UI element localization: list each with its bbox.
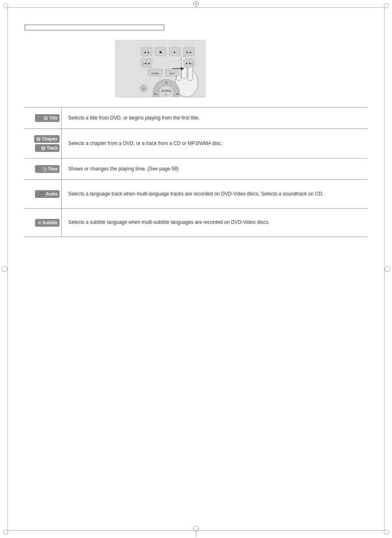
subtitle-label: Subtitle [42, 221, 58, 225]
icon-cell-chapter-track: ✿ Chapter ✿ Track [25, 129, 62, 158]
subtitle-icon: ≡ [38, 220, 42, 225]
title-description: Selects a title from DVD, or begins play… [62, 108, 367, 129]
icon-cell-audio: 🎵 Audio [25, 180, 62, 208]
time-label: Time [48, 167, 58, 171]
svg-text:↩: ↩ [143, 87, 145, 90]
instructions-section: ◄◄ ■ ► ►► [25, 40, 367, 97]
svg-text:↩: ↩ [165, 94, 167, 96]
svg-text:ENTER: ENTER [161, 90, 171, 92]
instructions-text [25, 40, 115, 49]
chapter-badge: ✿ Chapter [34, 135, 60, 143]
svg-text:►►: ►► [186, 51, 192, 54]
reg-mark-left-center [2, 266, 7, 272]
track-icon: ✿ [41, 145, 46, 151]
track-badge: ✿ Track [35, 144, 60, 152]
table-row: ✿ Chapter ✿ Track Selects a chapter from… [25, 129, 367, 158]
svg-rect-3 [188, 67, 193, 81]
audio-label: Audio [46, 192, 58, 196]
svg-text:►►|: ►►| [185, 62, 193, 65]
svg-text:▲: ▲ [165, 80, 168, 84]
reg-mark-top-center [193, 1, 199, 7]
svg-text:◄: ◄ [153, 92, 157, 96]
audio-description: Selects a language track when multi-lang… [62, 180, 367, 208]
reg-mark-top-right [384, 3, 389, 8]
track-label: Track [47, 146, 58, 150]
table-row: ◷ Time Shows or changes the playing time… [25, 158, 367, 179]
feature-table: ⊞ Title Selects a title from DVD, or beg… [25, 107, 367, 237]
table-row: 🎵 Audio Selects a language track when mu… [25, 179, 367, 208]
reg-mark-bottom-right [384, 530, 389, 535]
chapter-icon: ✿ [36, 136, 41, 142]
svg-text:AVO: AVO [170, 72, 175, 75]
svg-text:HOME: HOME [151, 72, 159, 75]
title-label: Title [49, 116, 58, 120]
chapter-label: Chapter [42, 137, 58, 141]
chapter-track-description: Selects a chapter from a DVD, or a track… [62, 129, 367, 158]
time-icon: ◷ [42, 166, 47, 172]
title-icon: ⊞ [44, 115, 48, 121]
time-badge: ◷ Time [35, 165, 60, 173]
title-badge: ⊞ Title [35, 114, 60, 122]
svg-text:►: ► [176, 92, 179, 96]
main-content: ◄◄ ■ ► ►► [25, 25, 367, 237]
reg-mark-right-center [385, 266, 390, 272]
svg-text:◄◄: ◄◄ [143, 51, 150, 54]
reg-mark-top-left [3, 3, 8, 8]
remote-svg: ◄◄ ■ ► ►► [115, 40, 205, 97]
page-border-left [7, 7, 8, 531]
svg-text:|◄◄: |◄◄ [143, 62, 150, 65]
subtitle-description: Selects a subtitle language when multi-s… [62, 209, 367, 237]
audio-icon: 🎵 [38, 191, 45, 197]
table-row: ≡ Subtitle Selects a subtitle language w… [25, 208, 367, 237]
svg-text:►: ► [173, 51, 177, 54]
svg-text:■: ■ [159, 50, 162, 54]
reg-mark-bottom-center [193, 526, 199, 537]
title-box [25, 25, 164, 30]
page-border-top [7, 7, 385, 8]
time-description: Shows or changes the playing time. (See … [62, 159, 367, 179]
icon-cell-subtitle: ≡ Subtitle [25, 209, 62, 237]
subtitle-badge: ≡ Subtitle [35, 219, 60, 227]
icon-cell-time: ◷ Time [25, 159, 62, 179]
table-row: ⊞ Title Selects a title from DVD, or beg… [25, 107, 367, 129]
reg-mark-bottom-left [3, 530, 8, 535]
remote-image: ◄◄ ■ ► ►► [115, 40, 205, 97]
audio-badge: 🎵 Audio [35, 190, 60, 198]
icon-cell-title: ⊞ Title [25, 108, 62, 129]
